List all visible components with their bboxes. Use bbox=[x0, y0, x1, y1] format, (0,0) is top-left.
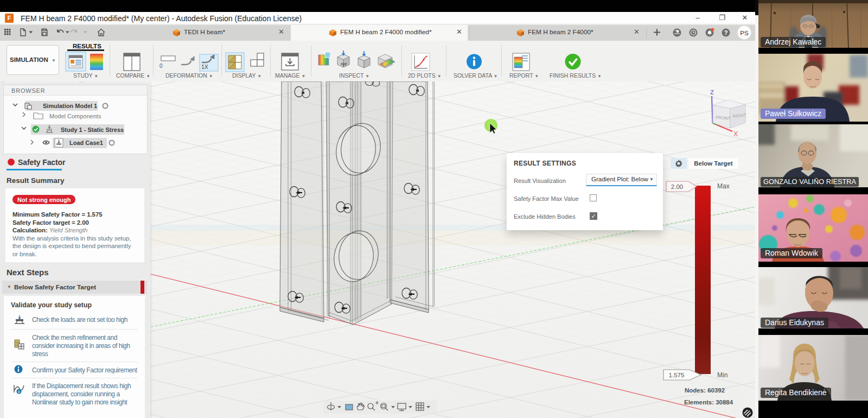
svg-text:xyz: xyz bbox=[341, 61, 347, 66]
svg-text:Load Case1: Load Case1 bbox=[69, 140, 103, 146]
svg-text:I: I bbox=[213, 54, 215, 60]
svg-text:0: 0 bbox=[159, 63, 163, 69]
svg-text:X: X bbox=[733, 130, 738, 138]
svg-text:Study 1 - Static Stress: Study 1 - Static Stress bbox=[61, 126, 124, 133]
svg-text:2.00: 2.00 bbox=[671, 183, 683, 190]
svg-text:1.575: 1.575 bbox=[669, 372, 685, 378]
svg-text:PS: PS bbox=[740, 30, 749, 36]
svg-text:Max: Max bbox=[717, 182, 730, 190]
svg-text:FRONT: FRONT bbox=[716, 115, 731, 121]
svg-text:?: ? bbox=[724, 29, 728, 36]
svg-text:Min: Min bbox=[717, 371, 727, 379]
svg-text:1X: 1X bbox=[201, 64, 208, 70]
svg-text:Z: Z bbox=[710, 89, 714, 96]
svg-text:Simulation Model 1: Simulation Model 1 bbox=[43, 103, 97, 109]
svg-text:I: I bbox=[193, 55, 195, 61]
svg-text:Model Components: Model Components bbox=[49, 113, 101, 119]
